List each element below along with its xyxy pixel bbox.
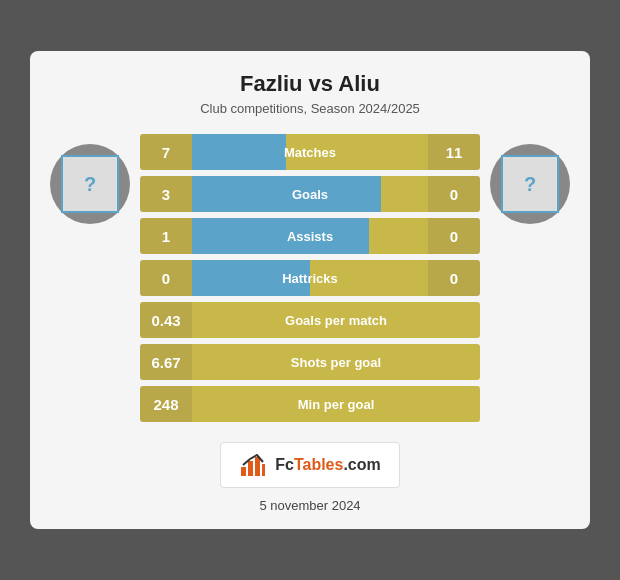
stat-bar-3: Hattricks [192, 260, 428, 296]
subtitle: Club competitions, Season 2024/2025 [50, 101, 570, 116]
stat-left-val-0: 7 [140, 134, 192, 170]
stat-row-6: 248Min per goal [140, 386, 480, 422]
stat-row-2: 1Assists0 [140, 218, 480, 254]
stat-row-1: 3Goals0 [140, 176, 480, 212]
logo-text: FcTables.com [275, 456, 381, 474]
stat-label-3: Hattricks [192, 271, 428, 286]
stat-left-val-3: 0 [140, 260, 192, 296]
right-player-avatar: ? [490, 144, 570, 224]
stat-label-4: Goals per match [192, 313, 480, 328]
stat-left-val-6: 248 [140, 386, 192, 422]
stat-row-4: 0.43Goals per match [140, 302, 480, 338]
stat-left-val-1: 3 [140, 176, 192, 212]
page-title: Fazliu vs Aliu [50, 71, 570, 97]
left-player-photo: ? [61, 155, 119, 213]
stat-right-val-3: 0 [428, 260, 480, 296]
right-player-photo: ? [501, 155, 559, 213]
stat-bar-6: Min per goal [192, 386, 480, 422]
svg-rect-0 [241, 467, 246, 476]
svg-rect-1 [248, 461, 253, 476]
stat-row-3: 0Hattricks0 [140, 260, 480, 296]
stat-label-2: Assists [192, 229, 428, 244]
stat-right-val-0: 11 [428, 134, 480, 170]
stat-left-val-2: 1 [140, 218, 192, 254]
stat-label-1: Goals [192, 187, 428, 202]
logo-row: FcTables.com [50, 442, 570, 488]
left-player-avatar: ? [50, 144, 130, 224]
stat-label-0: Matches [192, 145, 428, 160]
svg-rect-2 [255, 457, 260, 476]
stat-right-val-1: 0 [428, 176, 480, 212]
stats-container: 7Matches113Goals01Assists00Hattricks00.4… [140, 134, 480, 428]
stat-bar-1: Goals [192, 176, 428, 212]
stat-row-5: 6.67Shots per goal [140, 344, 480, 380]
stat-left-val-4: 0.43 [140, 302, 192, 338]
stat-label-5: Shots per goal [192, 355, 480, 370]
stat-left-val-5: 6.67 [140, 344, 192, 380]
stat-bar-4: Goals per match [192, 302, 480, 338]
stat-bar-2: Assists [192, 218, 428, 254]
players-row: ? 7Matches113Goals01Assists00Hattricks00… [50, 134, 570, 428]
stat-row-0: 7Matches11 [140, 134, 480, 170]
logo-box: FcTables.com [220, 442, 400, 488]
stat-label-6: Min per goal [192, 397, 480, 412]
footer-date: 5 november 2024 [50, 498, 570, 513]
comparison-card: Fazliu vs Aliu Club competitions, Season… [30, 51, 590, 529]
svg-rect-3 [262, 464, 265, 476]
chart-icon [239, 451, 267, 479]
stat-bar-0: Matches [192, 134, 428, 170]
stat-bar-5: Shots per goal [192, 344, 480, 380]
stat-right-val-2: 0 [428, 218, 480, 254]
